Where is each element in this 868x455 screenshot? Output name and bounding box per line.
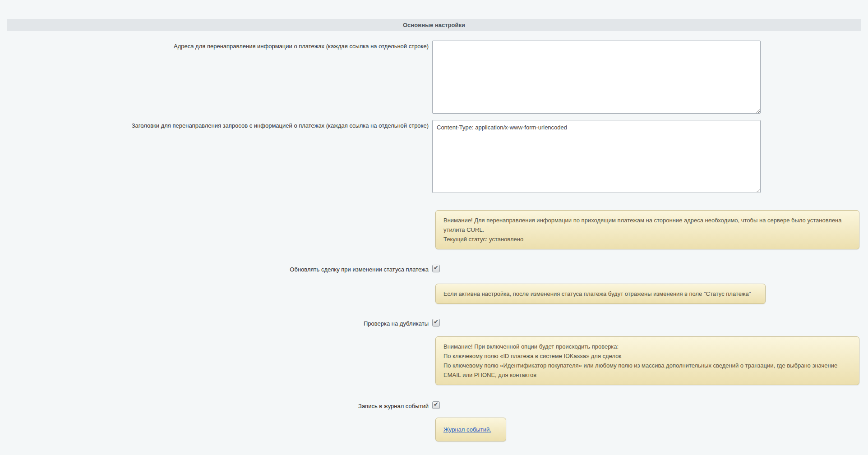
duplicate-check-checkbox[interactable] <box>432 319 440 326</box>
settings-page: Основные настройки Адреса для перенаправ… <box>0 0 868 455</box>
row-redirect-headers: Заголовки для перенаправления запросов с… <box>0 120 868 193</box>
redirect-addresses-label: Адреса для перенаправления информации о … <box>0 41 429 50</box>
update-deal-note-wrap: Если активна настройка, после изменения … <box>432 284 868 304</box>
duplicate-check-label: Проверка на дубликаты <box>0 318 429 327</box>
duplicate-check-note-line3: По ключевому полю «Идентификатор покупат… <box>443 361 851 380</box>
row-event-log: Запись в журнал событий <box>0 401 868 410</box>
curl-notice-wrap: Внимание! Для перенаправления информации… <box>432 210 868 249</box>
event-log-label: Запись в журнал событий <box>0 401 429 410</box>
curl-notice-line1: Внимание! Для перенаправления информации… <box>443 216 851 234</box>
redirect-addresses-textarea[interactable] <box>432 41 761 114</box>
row-duplicate-check: Проверка на дубликаты <box>0 318 868 327</box>
section-title: Основные настройки <box>403 22 465 28</box>
update-deal-label: Обновлять сделку при изменении статуса п… <box>0 264 429 273</box>
redirect-headers-textarea[interactable]: Content-Type: application/x-www-form-url… <box>432 120 761 193</box>
duplicate-check-note: Внимание! При включенной опции будет про… <box>435 336 859 385</box>
event-log-link-box: Журнал событий. <box>435 418 506 441</box>
row-update-deal: Обновлять сделку при изменении статуса п… <box>0 264 868 273</box>
row-redirect-addresses: Адреса для перенаправления информации о … <box>0 41 868 114</box>
update-deal-checkbox[interactable] <box>432 265 440 272</box>
event-log-link[interactable]: Журнал событий. <box>443 426 491 433</box>
duplicate-check-note-line1: Внимание! При включенной опции будет про… <box>443 342 851 351</box>
event-log-checkbox[interactable] <box>432 401 440 409</box>
update-deal-note: Если активна настройка, после изменения … <box>435 284 766 304</box>
duplicate-check-note-wrap: Внимание! При включенной опции будет про… <box>432 336 868 385</box>
duplicate-check-note-line2: По ключевому полю «ID платежа в системе … <box>443 351 851 361</box>
curl-notice-line2: Текущий статус: установлено <box>443 234 851 244</box>
update-deal-note-text: Если активна настройка, после изменения … <box>443 289 757 299</box>
section-header: Основные настройки <box>7 19 861 31</box>
event-log-link-wrap: Журнал событий. <box>432 418 868 441</box>
curl-notice: Внимание! Для перенаправления информации… <box>435 210 859 249</box>
redirect-headers-label: Заголовки для перенаправления запросов с… <box>0 120 429 129</box>
